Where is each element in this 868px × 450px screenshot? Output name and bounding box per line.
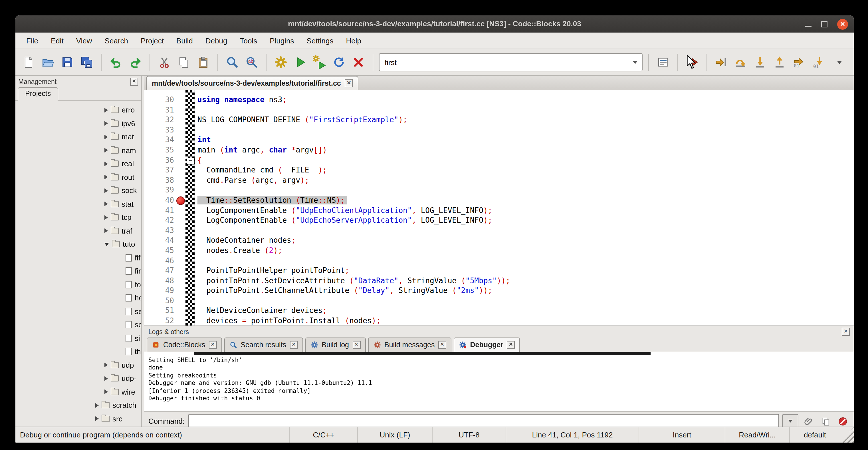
open-file-button[interactable] bbox=[39, 54, 57, 71]
code-editor[interactable]: 30using namespace ns3;3132NS_LOG_COMPONE… bbox=[144, 90, 854, 326]
menu-item-help[interactable]: Help bbox=[340, 34, 368, 47]
titlebar[interactable]: mnt/dev/tools/source/ns-3-dev/examples/t… bbox=[16, 16, 854, 33]
line-number[interactable]: 41 bbox=[144, 205, 174, 215]
next-instruction-button[interactable]: 01 bbox=[790, 54, 807, 71]
code-text[interactable]: nodes.Create (2); bbox=[197, 245, 282, 256]
maximize-icon[interactable] bbox=[821, 21, 828, 27]
tree-item[interactable]: traf bbox=[16, 224, 141, 238]
step-into-instruction-button[interactable]: 01 bbox=[810, 54, 827, 71]
chevron-down-icon[interactable] bbox=[104, 243, 109, 246]
tree-item[interactable]: scratch bbox=[16, 399, 141, 412]
line-number[interactable]: 38 bbox=[144, 175, 174, 185]
chevron-right-icon[interactable] bbox=[104, 363, 108, 367]
line-number[interactable]: 34 bbox=[144, 135, 174, 145]
menu-item-plugins[interactable]: Plugins bbox=[264, 34, 300, 47]
chevron-right-icon[interactable] bbox=[104, 376, 108, 381]
save-all-button[interactable] bbox=[78, 54, 95, 71]
resize-grip-icon[interactable] bbox=[840, 427, 854, 443]
tree-item[interactable]: udp- bbox=[16, 372, 141, 385]
tree-item[interactable]: se bbox=[16, 305, 141, 318]
menu-item-settings[interactable]: Settings bbox=[300, 34, 340, 47]
line-number[interactable]: 37 bbox=[144, 165, 174, 175]
logs-tab-close-icon[interactable]: ✕ bbox=[290, 341, 298, 349]
line-number[interactable]: 48 bbox=[144, 275, 174, 286]
line-number[interactable]: 36 bbox=[144, 155, 174, 165]
step-out-button[interactable] bbox=[771, 54, 788, 71]
line-number[interactable]: 42 bbox=[144, 215, 174, 225]
minimize-icon[interactable] bbox=[805, 26, 811, 27]
chevron-right-icon[interactable] bbox=[104, 202, 108, 206]
logs-tab-debugger[interactable]: Debugger✕ bbox=[454, 337, 520, 352]
chevron-right-icon[interactable] bbox=[104, 188, 108, 193]
code-text[interactable]: pointToPoint.SetChannelAttribute ("Delay… bbox=[197, 286, 492, 296]
line-number[interactable]: 46 bbox=[144, 256, 174, 266]
code-text[interactable]: PointToPointHelper pointToPoint; bbox=[197, 266, 349, 275]
tree-item[interactable]: fo bbox=[16, 278, 141, 291]
chevron-right-icon[interactable] bbox=[104, 121, 108, 126]
line-number[interactable]: 31 bbox=[144, 105, 174, 115]
code-text[interactable]: cmd.Parse (argc, argv); bbox=[197, 175, 309, 185]
editor-tab[interactable]: mnt/dev/tools/source/ns-3-dev/examples/t… bbox=[146, 76, 359, 90]
tree-item[interactable]: th bbox=[16, 345, 141, 358]
copy-button[interactable] bbox=[175, 54, 192, 71]
copy-log-button[interactable] bbox=[819, 414, 833, 428]
tree-item[interactable]: udp bbox=[16, 358, 141, 372]
code-text[interactable]: LogComponentEnable ("UdpEchoClientApplic… bbox=[197, 205, 492, 215]
code-text[interactable]: NodeContainer nodes; bbox=[197, 236, 296, 245]
code-text[interactable]: { bbox=[197, 155, 202, 165]
save-button[interactable] bbox=[59, 54, 76, 71]
line-number[interactable]: 32 bbox=[144, 115, 174, 125]
menu-item-file[interactable]: File bbox=[20, 34, 44, 47]
tree-item[interactable]: tuto bbox=[16, 238, 141, 251]
editor-tab-close-icon[interactable]: ✕ bbox=[345, 79, 353, 87]
debugger-log[interactable]: Setting SHELL to '/bin/sh'doneSetting br… bbox=[144, 352, 854, 412]
build-button[interactable] bbox=[272, 54, 289, 71]
menu-item-project[interactable]: Project bbox=[134, 34, 170, 47]
logs-tab-close-icon[interactable]: ✕ bbox=[507, 341, 515, 349]
redo-button[interactable] bbox=[127, 54, 144, 71]
menu-item-view[interactable]: View bbox=[70, 34, 98, 47]
logs-tab-build-messages[interactable]: Build messages✕ bbox=[368, 337, 452, 352]
search-input[interactable]: first bbox=[379, 58, 628, 66]
build-and-run-button[interactable] bbox=[311, 54, 328, 71]
line-number[interactable]: 50 bbox=[144, 296, 174, 306]
logs-tab-build-log[interactable]: Build log✕ bbox=[305, 337, 366, 352]
code-text[interactable]: NetDeviceContainer devices; bbox=[197, 306, 327, 316]
menu-item-search[interactable]: Search bbox=[98, 34, 134, 47]
tab-projects[interactable]: Projects bbox=[18, 87, 58, 101]
toolbar-overflow-icon[interactable] bbox=[831, 54, 848, 71]
attach-button[interactable] bbox=[802, 414, 815, 428]
logs-tab-close-icon[interactable]: ✕ bbox=[352, 341, 361, 349]
line-number[interactable]: 51 bbox=[144, 306, 174, 316]
chevron-right-icon[interactable] bbox=[95, 403, 99, 408]
line-number[interactable]: 33 bbox=[144, 125, 174, 135]
run-button[interactable] bbox=[291, 54, 309, 71]
code-text[interactable]: int bbox=[197, 135, 211, 145]
line-number[interactable]: 52 bbox=[144, 316, 174, 326]
tree-item[interactable]: src bbox=[16, 412, 141, 425]
tree-item[interactable]: erro bbox=[16, 103, 141, 117]
menu-item-edit[interactable]: Edit bbox=[44, 34, 70, 47]
command-input[interactable] bbox=[188, 414, 779, 428]
logs-tab-close-icon[interactable]: ✕ bbox=[209, 341, 217, 349]
chevron-right-icon[interactable] bbox=[95, 417, 99, 421]
chevron-right-icon[interactable] bbox=[104, 135, 108, 139]
tree-item[interactable]: ipv6 bbox=[16, 117, 141, 130]
chevron-right-icon[interactable] bbox=[104, 229, 108, 233]
logs-tab-close-icon[interactable]: ✕ bbox=[438, 341, 446, 349]
tree-item[interactable]: mat bbox=[16, 130, 141, 144]
code-text[interactable]: devices = pointToPoint.Install (nodes); bbox=[197, 316, 381, 326]
code-text[interactable]: NS_LOG_COMPONENT_DEFINE ("FirstScriptExa… bbox=[197, 115, 407, 125]
code-text[interactable]: LogComponentEnable ("UdpEchoServerApplic… bbox=[197, 215, 492, 225]
command-dropdown-button[interactable] bbox=[782, 414, 798, 428]
debug-continue-button[interactable] bbox=[684, 54, 701, 71]
tree-item[interactable]: si bbox=[16, 331, 141, 345]
tree-item[interactable]: fif bbox=[16, 251, 141, 264]
stop-button[interactable] bbox=[836, 414, 850, 428]
tree-item[interactable]: nam bbox=[16, 144, 141, 157]
breakpoint-marker[interactable] bbox=[176, 197, 185, 205]
chevron-right-icon[interactable] bbox=[104, 215, 108, 220]
tree-item[interactable]: stat bbox=[16, 197, 141, 211]
line-number[interactable]: 45 bbox=[144, 245, 174, 256]
logs-tab-code-blocks[interactable]: Code::Blocks✕ bbox=[147, 337, 222, 352]
